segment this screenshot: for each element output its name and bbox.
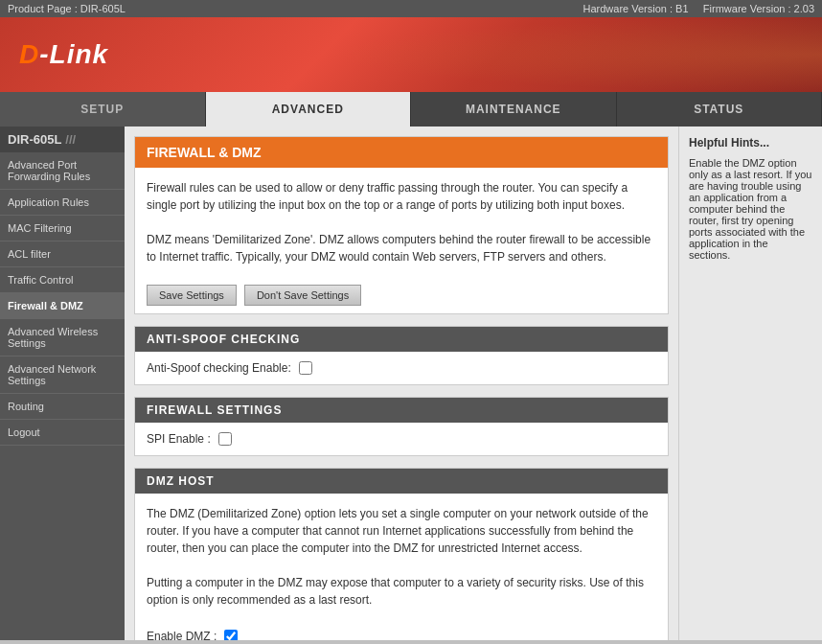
- sidebar-item-firewall-dmz[interactable]: Firewall & DMZ: [0, 293, 125, 319]
- firewall-dmz-intro: Firewall rules can be used to allow or d…: [135, 168, 668, 277]
- brand-slashes: ///: [65, 132, 76, 147]
- sidebar-item-advanced-wireless[interactable]: Advanced Wireless Settings: [0, 319, 125, 356]
- sidebar-item-advanced-network[interactable]: Advanced Network Settings: [0, 356, 125, 394]
- sidebar-item-port-forwarding[interactable]: Advanced Port Forwarding Rules: [0, 152, 125, 190]
- sidebar-item-application-rules[interactable]: Application Rules: [0, 190, 125, 216]
- top-bar: Product Page : DIR-605L Hardware Version…: [0, 0, 822, 17]
- sidebar-item-mac-filtering[interactable]: MAC Filtering: [0, 216, 125, 242]
- hints-panel: Helpful Hints... Enable the DMZ option o…: [678, 126, 822, 640]
- firewall-settings-section: FIREWALL SETTINGS SPI Enable :: [134, 397, 669, 456]
- enable-dmz-row: Enable DMZ :: [135, 620, 668, 640]
- hints-text: Enable the DMZ option only as a last res…: [689, 157, 812, 261]
- dont-save-settings-button[interactable]: Don't Save Settings: [244, 285, 361, 306]
- spi-field-row: SPI Enable :: [135, 423, 668, 455]
- product-label: Product Page : DIR-605L: [8, 3, 126, 14]
- dlink-logo: D-Link: [19, 39, 108, 70]
- firewall-settings-header: FIREWALL SETTINGS: [135, 398, 668, 423]
- enable-dmz-checkbox[interactable]: [224, 630, 238, 640]
- spi-label: SPI Enable :: [147, 432, 211, 446]
- tab-advanced[interactable]: ADVANCED: [206, 92, 412, 126]
- settings-btn-row: Save Settings Don't Save Settings: [135, 277, 668, 313]
- sidebar: DIR-605L /// Advanced Port Forwarding Ru…: [0, 126, 125, 640]
- logo-area: D-Link: [0, 17, 822, 92]
- antispoof-field-row: Anti-Spoof checking Enable:: [135, 352, 668, 384]
- nav-tabs: SETUP ADVANCED MAINTENANCE STATUS: [0, 92, 822, 126]
- content-area: FIREWALL & DMZ Firewall rules can be use…: [125, 126, 678, 640]
- antispoof-section: ANTI-SPOOF CHECKING Anti-Spoof checking …: [134, 326, 669, 385]
- hints-title: Helpful Hints...: [689, 136, 812, 150]
- dmz-host-section: DMZ HOST The DMZ (Demilitarized Zone) op…: [134, 468, 669, 640]
- tab-setup[interactable]: SETUP: [0, 92, 206, 126]
- firewall-dmz-header: FIREWALL & DMZ: [135, 137, 668, 168]
- sidebar-item-logout[interactable]: Logout: [0, 420, 125, 446]
- sidebar-item-routing[interactable]: Routing: [0, 394, 125, 420]
- spi-checkbox[interactable]: [218, 432, 232, 446]
- tab-status[interactable]: STATUS: [617, 92, 823, 126]
- antispoof-header: ANTI-SPOOF CHECKING: [135, 327, 668, 352]
- sidebar-item-acl-filter[interactable]: ACL filter: [0, 242, 125, 267]
- main-layout: DIR-605L /// Advanced Port Forwarding Ru…: [0, 126, 822, 640]
- dmz-host-header: DMZ HOST: [135, 469, 668, 494]
- sidebar-brand: DIR-605L ///: [0, 126, 125, 152]
- hw-fw-label: Hardware Version : B1 Firmware Version :…: [583, 3, 815, 14]
- enable-dmz-label: Enable DMZ :: [147, 630, 217, 640]
- sidebar-item-traffic-control[interactable]: Traffic Control: [0, 267, 125, 293]
- antispoof-label: Anti-Spoof checking Enable:: [147, 361, 291, 375]
- antispoof-checkbox[interactable]: [299, 361, 312, 375]
- save-settings-button[interactable]: Save Settings: [147, 285, 237, 306]
- tab-maintenance[interactable]: MAINTENANCE: [411, 92, 617, 126]
- firewall-dmz-section: FIREWALL & DMZ Firewall rules can be use…: [134, 136, 669, 314]
- dmz-host-content: The DMZ (Demilitarized Zone) option lets…: [135, 494, 668, 620]
